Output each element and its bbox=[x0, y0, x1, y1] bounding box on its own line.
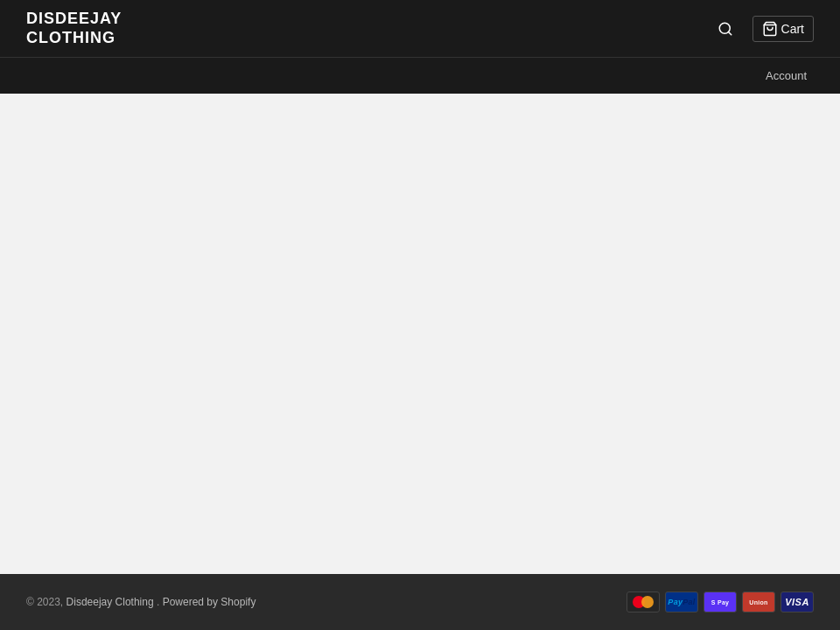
cart-label: Cart bbox=[781, 22, 804, 36]
paypal-badge: PayPal bbox=[665, 592, 698, 612]
visa-badge: VISA bbox=[780, 592, 814, 612]
site-header: DISDEEJAY CLOTHING Cart bbox=[0, 0, 840, 57]
search-button[interactable] bbox=[714, 18, 737, 40]
svg-line-1 bbox=[728, 32, 731, 34]
mastercard-badge bbox=[626, 592, 660, 612]
header-actions: Cart bbox=[714, 16, 814, 42]
cart-icon bbox=[762, 21, 778, 37]
shopify-pay-badge: S Pay bbox=[704, 592, 737, 612]
nav-bar: Account bbox=[0, 57, 840, 94]
shopify-link[interactable]: Powered by Shopify bbox=[163, 596, 256, 608]
footer-brand-link[interactable]: Disdeejay Clothing bbox=[66, 596, 154, 608]
site-footer: © 2023, Disdeejay Clothing . Powered by … bbox=[0, 574, 840, 630]
search-icon bbox=[718, 21, 733, 37]
payment-icons: PayPal S Pay Union VISA bbox=[626, 592, 814, 612]
footer-copyright: © 2023, Disdeejay Clothing . Powered by … bbox=[26, 596, 256, 608]
cart-button[interactable]: Cart bbox=[752, 16, 814, 42]
union-pay-badge: Union bbox=[742, 592, 775, 612]
account-link[interactable]: Account bbox=[759, 66, 814, 86]
main-content bbox=[0, 94, 840, 574]
site-logo[interactable]: DISDEEJAY CLOTHING bbox=[26, 10, 122, 47]
